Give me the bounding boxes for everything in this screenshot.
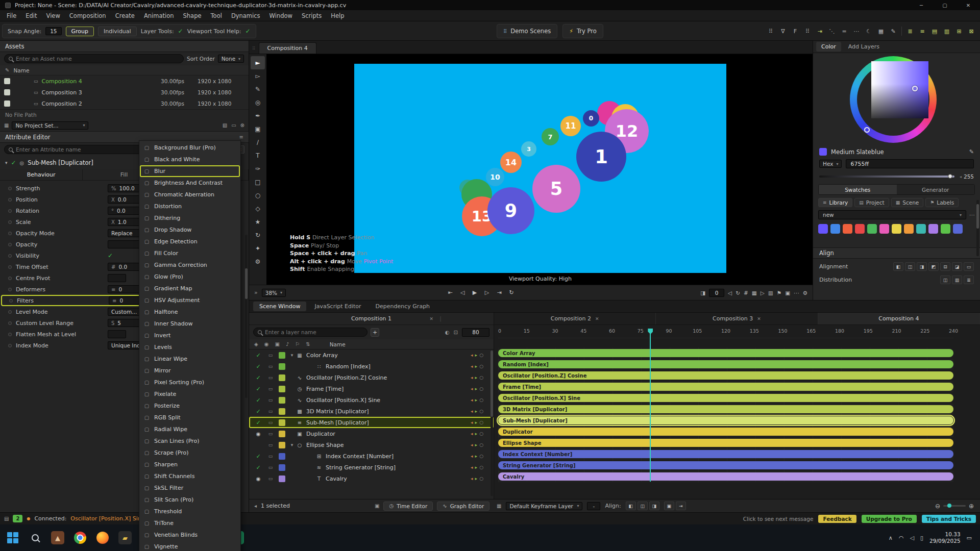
enabled-checkbox[interactable]: ✓	[252, 363, 264, 370]
tray-battery-icon[interactable]: ▯	[920, 535, 923, 541]
filter-menu-item[interactable]: ▢Radial Wipe	[139, 423, 240, 435]
filter-menu-item[interactable]: ▢Threshold	[139, 506, 240, 517]
filter-menu-item[interactable]: ▢Pixelate	[139, 388, 240, 400]
filter-menu-item[interactable]: ▢Shift Channels	[139, 470, 240, 482]
keyframe-dot[interactable]	[8, 220, 12, 224]
rectangle-tool-icon[interactable]: □	[251, 176, 265, 189]
group-toggle-button[interactable]: Group	[66, 27, 94, 36]
menu-file[interactable]: File	[2, 12, 21, 19]
dots-grid-icon[interactable]: ⠿	[802, 25, 813, 37]
loop-button[interactable]: ↻	[507, 289, 516, 296]
enabled-checkbox[interactable]: ✓	[252, 453, 264, 460]
asset-row[interactable]: ▭Composition 230.00fps1920 x 1080	[0, 98, 249, 109]
jump-icon[interactable]: ⇥	[676, 502, 686, 510]
ellipse-tool-icon[interactable]: ○	[251, 189, 265, 202]
filter-menu-item[interactable]: ▢SkSL Filter	[139, 482, 240, 494]
snap-angle-value[interactable]: 15	[45, 27, 61, 35]
output-dot[interactable]: ▸	[475, 409, 478, 414]
render-column-icon[interactable]: ▣	[275, 341, 279, 347]
screen-icon[interactable]: ▥	[768, 290, 773, 296]
swatches-scrollbar[interactable]	[976, 200, 979, 256]
timeline-bar[interactable]: Duplicator	[498, 428, 953, 436]
previous-frame-button[interactable]: ◁	[458, 289, 467, 296]
taskbar-clock[interactable]: 10.33 29/09/2025	[929, 531, 961, 544]
taskbar-explorer[interactable]: ▰	[115, 528, 135, 547]
import-icon[interactable]: ⇥	[814, 25, 825, 37]
target-tool-icon[interactable]: ◎	[251, 96, 265, 109]
input-dot[interactable]: ◂	[471, 420, 473, 425]
chevron-down-icon[interactable]: ▾	[5, 160, 8, 165]
layer-search[interactable]	[253, 328, 368, 337]
solo-circle[interactable]: ○	[479, 431, 483, 436]
align-h-center-icon[interactable]: ◫	[905, 262, 915, 271]
layer-row[interactable]: ✓▭▾▦Color Array◂▸○	[249, 349, 494, 361]
color-swatch[interactable]	[904, 224, 914, 234]
visibility-eye-icon[interactable]: ◉	[252, 431, 264, 437]
zoom-in-icon[interactable]: ⊕	[969, 503, 974, 510]
color-swatch[interactable]	[855, 224, 865, 234]
input-dot[interactable]: ◂	[471, 397, 473, 403]
render-icon[interactable]: ▭	[264, 386, 277, 391]
asset-search[interactable]	[4, 54, 184, 63]
nib-tool-icon[interactable]: ✑	[251, 162, 265, 176]
expand-controls-icon[interactable]: »	[254, 289, 258, 296]
scatter-icon[interactable]: ⋱	[826, 25, 838, 37]
enabled-checkbox[interactable]: ✓	[252, 352, 264, 359]
asset-search-input[interactable]	[16, 56, 179, 62]
keyframe-dot[interactable]	[8, 265, 12, 269]
distribute-h-icon[interactable]: ◫	[940, 276, 950, 284]
color-swatch[interactable]	[818, 224, 828, 234]
time-editor-button[interactable]: ◷ Time Editor	[383, 502, 433, 511]
star-tool-icon[interactable]: ★	[251, 215, 265, 229]
eyedropper-icon[interactable]: ✎	[969, 148, 974, 155]
go-to-start-button[interactable]: ⇤	[446, 289, 455, 296]
settings-tool-icon[interactable]: ⚙	[251, 255, 265, 268]
filter-menu-item[interactable]: ▢Pixel Sorting (Pro)	[139, 377, 240, 388]
distribute-grid-icon[interactable]: ≣	[964, 276, 974, 284]
snap-icon[interactable]: ▣	[664, 502, 674, 510]
filter-menu-item[interactable]: ▢Distortion	[139, 201, 240, 212]
minimize-button[interactable]: ─	[910, 0, 933, 10]
grid-remove-icon[interactable]: ⊠	[966, 25, 977, 37]
lock-column-icon[interactable]: ◈	[254, 341, 258, 347]
solo-circle[interactable]: ○	[479, 465, 483, 470]
timeline-zoom-slider[interactable]	[943, 505, 966, 507]
filter-menu-item[interactable]: ▢Venetian Blinds	[139, 529, 240, 541]
filter-menu-item[interactable]: ▢Gamma Correction	[139, 259, 240, 271]
close-tab-icon[interactable]: ✕	[757, 316, 761, 321]
color-swatch[interactable]	[830, 224, 840, 234]
tab-swatches[interactable]: Swatches	[819, 185, 897, 194]
layer-color-swatch[interactable]	[279, 352, 285, 359]
filter-menu-item[interactable]: ▢Background Blur (Pro)	[139, 142, 240, 154]
filter-menu-item[interactable]: ▢Fill Color	[139, 247, 240, 259]
flag-column-icon[interactable]: ⚐	[295, 341, 300, 347]
render-icon[interactable]: ▭	[264, 353, 277, 358]
enabled-checkbox[interactable]: ✓	[252, 408, 264, 415]
filter-menu-item[interactable]: ▢HSV Adjustment	[139, 294, 240, 306]
panel-menu-icon[interactable]: ≡	[239, 134, 243, 140]
color-swatch[interactable]	[941, 224, 950, 234]
swatch-group-dropdown[interactable]: new ▾	[818, 210, 966, 219]
filter-menu-item[interactable]: ▢Glow (Pro)	[139, 271, 240, 283]
tab-dependency-graph[interactable]: Dependency Graph	[370, 302, 436, 311]
menu-help[interactable]: Help	[326, 12, 349, 19]
filter-menu-item[interactable]: ▢RGB Split	[139, 412, 240, 423]
output-dot[interactable]: ▸	[475, 442, 478, 447]
tab-generator[interactable]: Generator	[897, 185, 975, 194]
equalizer-icon[interactable]: =	[839, 25, 850, 37]
close-tab-icon[interactable]: ✕	[429, 316, 433, 321]
camera-tool-icon[interactable]: ▣	[251, 122, 265, 136]
maximize-button[interactable]: ▢	[933, 0, 957, 10]
timeline-track[interactable]: Random [Index]	[498, 359, 953, 370]
layer-row[interactable]: ✓▭▩3D Matrix [Duplicator]◂▸○	[249, 406, 494, 417]
layer-row[interactable]: ✓▭∷Random [Index]◂▸○	[249, 361, 494, 372]
layers-scrollbar[interactable]	[491, 350, 493, 496]
menu-animation[interactable]: Animation	[139, 12, 179, 19]
timeline-track[interactable]: Sub-Mesh [Duplicator]	[498, 415, 953, 426]
polygon-tool-icon[interactable]: ◇	[251, 202, 265, 215]
tab-scene-window[interactable]: Scene Window	[253, 302, 306, 311]
keyframe-value-field[interactable]: -	[587, 502, 600, 510]
timeline-track[interactable]: Color Array	[498, 347, 953, 359]
viewport-tab[interactable]: Composition 4	[259, 42, 316, 54]
console-icon[interactable]: ▤	[4, 516, 9, 521]
